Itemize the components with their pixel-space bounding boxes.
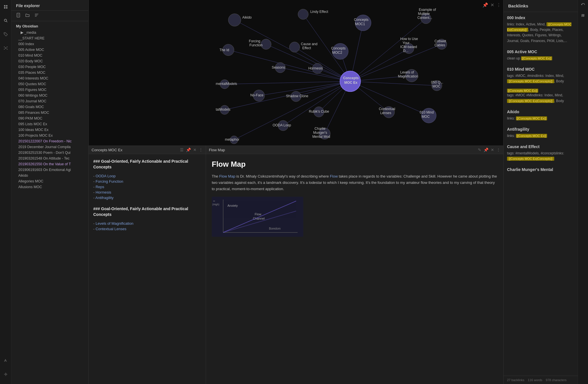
backlinks-footer: 27 backlinks 116 words 978 characters [504,376,578,384]
svg-text:Shadow Clone: Shadow Clone [286,94,308,98]
svg-point-9 [7,47,7,47]
backlink-ref[interactable]: [[Concepts MOC Ex|Concepts]] [508,157,553,161]
open-vault-icon[interactable] [2,357,10,365]
backlinks-icon[interactable] [581,3,585,8]
concept-link2-1[interactable]: Contextual Lenses [96,227,126,231]
flowmap-edit-icon[interactable]: ✎ [478,148,481,152]
settings-icon[interactable] [2,370,10,378]
tree-item-20[interactable]: 2019 December Journal Compila [11,144,88,150]
file-explorer-icon[interactable] [2,3,10,11]
graph-icon[interactable] [2,44,10,52]
backlink-ref[interactable]: [[Concepts MOC Ex|Concepts]] [507,157,554,161]
backlink-section-title-0[interactable]: 000 Index [507,15,574,20]
tree-item-8[interactable]: 040 Interests MOC [11,75,88,81]
graph-canvas: Aikido Lindy Effect Forcing Function Cau… [89,0,503,146]
tree-item-0[interactable]: ▶ _media [11,29,88,35]
left-icon-bar [0,0,11,384]
backlink-ref[interactable]: [[Concepts MOC Ex]] [521,56,552,60]
flow-link[interactable]: Flow [330,174,338,178]
svg-text:mentalModels: mentalModels [216,82,237,86]
concept-link-1[interactable]: Forcing Function [96,179,123,184]
concept-link-4[interactable]: Antifragility [95,196,114,200]
graph-more-icon[interactable]: ⋮ [496,2,501,8]
tree-item-18[interactable]: 100 Projects MOC Ex [11,133,88,138]
tree-item-2[interactable]: 000 Index [11,41,88,47]
backlink-ref[interactable]: [[Concepts MOC Ex]] [516,116,547,120]
tree-item-17[interactable]: 100 Ideas MOC Ex [11,127,88,133]
tree-item-26[interactable]: Allegories MOC [11,178,88,184]
search-icon[interactable] [2,17,10,25]
flow-map-link[interactable]: Flow Map [219,174,235,178]
backlink-section-title-5[interactable]: Cause and Effect [507,144,574,149]
tree-item-4[interactable]: 010 Mind MOC [11,53,88,58]
tree-item-12[interactable]: 070 Journal MOC [11,98,88,104]
flowmap-pin-icon[interactable]: 📌 [484,148,488,152]
concept-link2-0[interactable]: Levels of Magnification [96,221,133,226]
sidebar-title: File explorer [11,0,88,11]
concept-link-0[interactable]: OODA Loop [96,174,116,178]
tree-item-5[interactable]: 020 Body MOC [11,58,88,64]
new-file-button[interactable] [16,13,21,19]
vault-root[interactable]: My Obsidian [11,23,88,29]
backlink-ref[interactable]: [[Concepts MOC Ex|Concepts]] [508,79,553,83]
concepts-more-icon[interactable]: ⋮ [199,148,203,152]
concepts-pin-icon[interactable]: 📌 [186,148,191,152]
hashtag-icon[interactable] [581,13,585,18]
backlink-section-title-2[interactable]: 010 Mind MOC [507,67,574,71]
tree-item-23[interactable]: 201903261550 On the Value of T [11,161,88,167]
tree-item-19[interactable]: 201501222007 On Freedom - Nic [11,138,88,144]
tree-item-24[interactable]: 201906191603 On Emotional Agi [11,167,88,173]
backlink-section-title-4[interactable]: Antifragility [507,127,574,132]
tree-item-13[interactable]: 080 Goals MOC [11,104,88,110]
concept-link-2[interactable]: Reps [96,185,104,189]
tree-item-15[interactable]: 090 PKM MOC [11,116,88,121]
tree-item-1[interactable]: __START HERE [11,35,88,41]
tree-item-22[interactable]: 201903261548 On Attitude - Tec [11,156,88,161]
words-count: 116 words [528,378,543,382]
flowmap-more-icon[interactable]: ⋮ [496,148,500,152]
svg-point-6 [5,33,5,34]
tree-item-10[interactable]: 055 Figures MOC [11,87,88,93]
backlink-ref[interactable]: [[Concepts MOC Ex|Concepts]] [508,99,553,103]
svg-text:Mental Mod: Mental Mod [312,135,330,139]
tree-item-21[interactable]: 201903251530 Poem - Don't Qui [11,150,88,156]
sort-button[interactable] [34,13,39,19]
svg-text:Your: Your [403,41,409,45]
svg-text:Effect: Effect [302,46,311,50]
backlink-ref[interactable]: [[Concepts MOC Ex|Concepts]] [507,99,554,103]
tree-item-7[interactable]: 035 Places MOC [11,70,88,75]
tree-item-25[interactable]: Aikido [11,173,88,178]
backlink-section-title-1[interactable]: 005 Active MOC [507,49,574,54]
svg-text:Multiple: Multiple [418,12,430,16]
concepts-reading-icon[interactable]: ☰ [180,148,184,152]
backlink-section-title-3[interactable]: Aikido [507,110,574,114]
backlink-section-1: 005 Active MOCclean up [[Concepts MOC Ex… [507,49,574,61]
tree-item-11[interactable]: 060 Writings MOC [11,93,88,98]
tree-item-27[interactable]: Allusions MOC [11,184,88,190]
backlink-ref[interactable]: [[Concepts MOC Ex|Concepts]] [507,22,571,32]
backlink-ref[interactable]: [[Concepts MOC Ex]] [516,134,547,138]
svg-point-57 [290,42,300,52]
concepts-list-2: - Levels of Magnification- Contextual Le… [93,221,201,232]
svg-point-10 [4,49,5,50]
tree-item-9[interactable]: 050 Quotes MOC [11,81,88,87]
tree-item-16[interactable]: 095 Lists MOC Ex [11,121,88,127]
backlink-ref[interactable]: [[Concepts MOC Ex|Concepts]] [507,22,571,32]
graph-close-icon[interactable]: ✕ [490,2,494,8]
concepts-close-icon[interactable]: ✕ [193,148,197,152]
svg-text:Contextual: Contextual [379,107,395,111]
svg-line-5 [6,21,7,22]
flowmap-close-icon[interactable]: ✕ [491,148,494,152]
svg-text:Concepts: Concepts [354,18,369,22]
concept-link-3[interactable]: Hormesis [96,190,111,194]
graph-panel-header: 📌 ✕ ⋮ [482,2,501,8]
tree-item-6[interactable]: 030 People MOC [11,64,88,70]
backlink-extra-ref-2[interactable]: [[Concepts MOC Ex]] [507,89,538,93]
tree-item-14[interactable]: 085 Finances MOC [11,110,88,116]
backlink-section-title-6[interactable]: Charlie Munger's Mental [507,167,574,172]
tree-item-3[interactable]: 005 Active MOC [11,47,88,53]
graph-pin-icon[interactable]: 📌 [482,2,488,8]
backlink-ref[interactable]: [[Concepts MOC Ex|Concepts]] [507,79,554,83]
tags-icon[interactable] [2,30,10,38]
new-folder-button[interactable] [25,13,30,19]
